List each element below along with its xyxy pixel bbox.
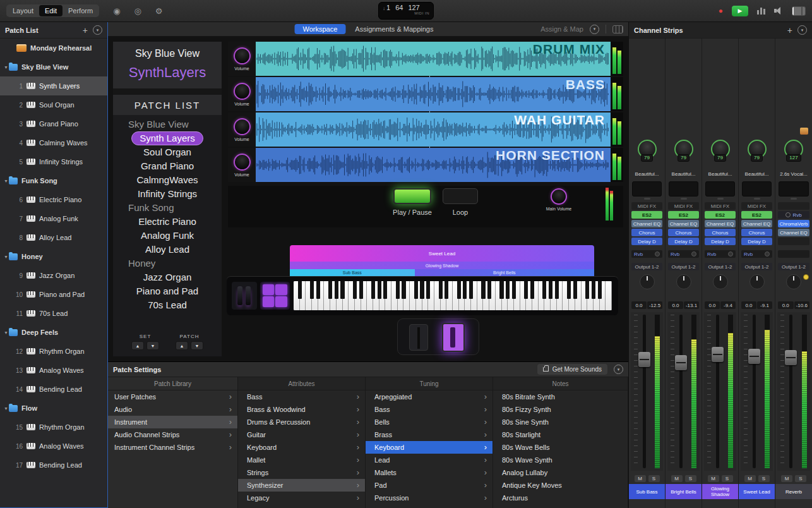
channel-fader[interactable] bbox=[704, 312, 736, 471]
pan-knob[interactable] bbox=[713, 274, 728, 289]
attributes-item[interactable]: Keyboard › bbox=[238, 441, 365, 454]
patch-list-item[interactable]: ▼ 5 Infinity Strings bbox=[0, 152, 107, 171]
attributes-item[interactable]: Mallet › bbox=[238, 454, 365, 466]
set-up-button[interactable]: ▲ bbox=[131, 341, 144, 350]
plugin-display[interactable] bbox=[669, 181, 698, 197]
patch-list-item[interactable]: ▼ 6 Electric Piano bbox=[0, 190, 107, 209]
panel-patch-item[interactable]: Honey bbox=[113, 257, 222, 270]
audio-fx-slot-1[interactable]: Channel EQ bbox=[705, 220, 736, 227]
patch-list-item[interactable]: ▼ 17 Bending Lead bbox=[0, 456, 107, 475]
channel-fader[interactable] bbox=[631, 312, 663, 471]
mod-wheel[interactable] bbox=[246, 286, 251, 305]
patch-list-item[interactable]: ▼ Flow bbox=[0, 399, 107, 418]
send-slot[interactable]: Rvb bbox=[705, 250, 736, 258]
speaker-icon[interactable] bbox=[774, 7, 783, 15]
attributes-item[interactable]: Strings › bbox=[238, 466, 365, 479]
send-level-knob[interactable] bbox=[728, 251, 733, 257]
patch-list-item[interactable]: ▼ 4 Calming Waves bbox=[0, 133, 107, 152]
patch-list-item[interactable]: ▼ Honey bbox=[0, 247, 107, 266]
layer-bright-bells[interactable]: Bright Bells bbox=[415, 269, 594, 276]
mute-button[interactable]: M bbox=[744, 475, 756, 482]
track-waveform-area[interactable]: DRUM MIX bbox=[256, 42, 611, 76]
fader-track[interactable] bbox=[643, 315, 646, 468]
mute-button[interactable]: M bbox=[781, 475, 792, 482]
mute-button[interactable]: M bbox=[671, 475, 683, 482]
attributes-item[interactable]: Drums & Percussion › bbox=[238, 416, 365, 428]
wrench-icon[interactable]: ⚙ bbox=[155, 6, 163, 16]
audio-fx-slot-2[interactable]: Chorus bbox=[668, 229, 699, 236]
tuning-item[interactable]: Percussion › bbox=[366, 492, 493, 504]
track-volume-knob[interactable] bbox=[234, 118, 251, 135]
track-volume-knob[interactable] bbox=[234, 154, 251, 171]
channel-strip[interactable]: 79 Beautiful... MIDI FX ES2 Channel EQ C… bbox=[629, 39, 666, 508]
audio-fx-slot-1[interactable]: ChromaVerb bbox=[778, 220, 809, 227]
patch-list-item[interactable]: ▼ 2 Soul Organ bbox=[0, 95, 107, 114]
strip-name[interactable]: Bright Bells bbox=[666, 484, 702, 499]
fader-cap[interactable] bbox=[712, 347, 724, 362]
audio-track[interactable]: Volume WAH GUITAR bbox=[228, 112, 623, 147]
patch-list-item[interactable]: ▼ Sky Blue View bbox=[0, 57, 107, 76]
notes-item[interactable]: 80s Sine Synth › bbox=[493, 416, 628, 428]
mappings-icon[interactable] bbox=[612, 25, 623, 33]
tuning-item[interactable]: Pad › bbox=[366, 479, 493, 492]
audio-fx-slot-1[interactable]: Channel EQ bbox=[741, 220, 772, 227]
patch-list-item[interactable]: ▼ 16 Analog Waves bbox=[0, 437, 107, 456]
midi-fx-slot[interactable]: MIDI FX bbox=[631, 202, 662, 210]
plugin-display[interactable] bbox=[705, 181, 735, 197]
instrument-slot[interactable]: ES2 bbox=[668, 211, 699, 219]
strip-name[interactable]: Sweet Lead bbox=[739, 484, 775, 499]
expression-pedal[interactable] bbox=[409, 324, 428, 351]
send-slot[interactable]: Rvb bbox=[631, 250, 662, 258]
main-volume-knob[interactable] bbox=[551, 188, 567, 205]
notes-item[interactable]: 80s Bitrate Synth › bbox=[493, 390, 628, 403]
audio-fx-slot-1[interactable]: Channel EQ bbox=[668, 220, 699, 227]
attributes-item[interactable]: Bass › bbox=[238, 390, 365, 403]
audio-fx-slot-2[interactable]: Channel EQ bbox=[778, 229, 809, 236]
channel-fader[interactable] bbox=[777, 312, 810, 471]
track-volume-knob[interactable] bbox=[234, 83, 251, 100]
channel-strip[interactable]: 127 2.6s Vocal... Rvb ChromaVerb Channel… bbox=[775, 39, 812, 508]
mode-button[interactable]: Edit bbox=[39, 5, 63, 16]
audio-fx-slot-2[interactable]: Chorus bbox=[631, 229, 662, 236]
fader-cap[interactable] bbox=[638, 352, 650, 367]
mute-button[interactable]: M bbox=[635, 475, 646, 482]
panel-patch-item[interactable]: CalmngWaves bbox=[113, 173, 222, 187]
panel-patch-item[interactable]: Analog Funk bbox=[113, 229, 222, 243]
patch-list-item[interactable]: ▼ 1 Synth Layers bbox=[0, 76, 107, 95]
tuning-item[interactable]: Brass › bbox=[366, 428, 493, 441]
monitor-icon[interactable]: ◎ bbox=[134, 6, 141, 16]
channel-strip[interactable]: 79 Beautiful... MIDI FX ES2 Channel EQ C… bbox=[666, 39, 702, 508]
notes-item[interactable]: 80s Starlight › bbox=[493, 428, 628, 441]
track-waveform-area[interactable]: HORN SECTION bbox=[256, 148, 611, 182]
disclosure-triangle-icon[interactable]: ▼ bbox=[0, 255, 9, 259]
output-slot[interactable]: Output 1-2 bbox=[741, 263, 772, 270]
fader-track[interactable] bbox=[753, 315, 756, 468]
layer-sub-bass[interactable]: Sub Bass bbox=[290, 269, 415, 276]
notes-item[interactable]: 80s Wave Bells › bbox=[493, 441, 628, 454]
audio-fx-slot-3[interactable]: Delay D bbox=[631, 238, 662, 245]
mute-button[interactable]: M bbox=[708, 475, 719, 482]
tuning-item[interactable]: Arpeggiated › bbox=[366, 390, 493, 403]
patch-list-item[interactable]: ▼ 10 Piano and Pad bbox=[0, 285, 107, 304]
notes-item[interactable]: Antique Key Moves › bbox=[493, 479, 628, 492]
strip-name[interactable]: Reverb bbox=[775, 484, 812, 499]
patch-list-item[interactable]: ▼ Monday Rehearsal bbox=[0, 39, 107, 57]
tuning-item[interactable]: Mallets › bbox=[366, 466, 493, 479]
patch-list-item[interactable]: ▼ 13 Analog Waves bbox=[0, 361, 107, 380]
track-waveform-area[interactable]: WAH GUITAR bbox=[256, 112, 611, 147]
audio-fx-slot-3[interactable]: Delay D bbox=[705, 238, 736, 245]
midi-fx-slot[interactable]: MIDI FX bbox=[741, 202, 772, 210]
layer-sweet-lead[interactable]: Sweet Lead bbox=[290, 245, 594, 262]
patch-list-item[interactable]: ▼ 3 Grand Piano bbox=[0, 114, 107, 133]
disclosure-triangle-icon[interactable]: ▼ bbox=[0, 65, 9, 70]
media-icon[interactable] bbox=[800, 128, 808, 135]
panel-patch-item[interactable]: Piano and Pad bbox=[113, 284, 222, 298]
panel-patch-item[interactable]: Synth Layers bbox=[113, 131, 222, 145]
tuning-item[interactable]: Bass › bbox=[366, 403, 493, 416]
attributes-item[interactable]: Brass & Woodwind › bbox=[238, 403, 365, 416]
patch-list-item[interactable]: ▼ 15 Rhythm Organ bbox=[0, 418, 107, 437]
midi-fx-slot[interactable]: MIDI FX bbox=[668, 202, 699, 210]
audio-fx-slot-2[interactable]: Chorus bbox=[705, 229, 736, 236]
attributes-item[interactable]: Guitar › bbox=[238, 428, 365, 441]
patch-list-item[interactable]: ▼ 14 Bending Lead bbox=[0, 380, 107, 399]
